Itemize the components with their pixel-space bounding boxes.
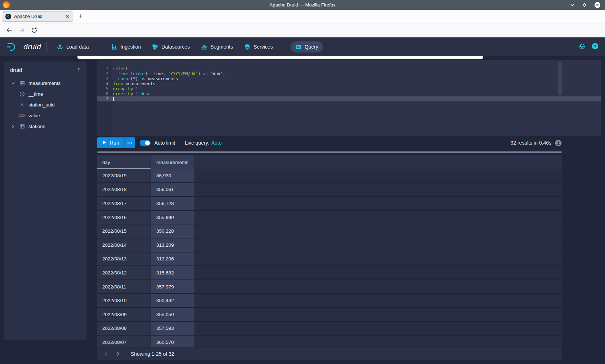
live-query-value[interactable]: Auto — [211, 140, 222, 146]
tree-item-value[interactable]: 123value — [4, 110, 86, 121]
cell-day[interactable]: 2022/08/07 — [97, 336, 151, 347]
new-tab-button[interactable]: + — [79, 12, 83, 21]
next-page-chevron-icon[interactable] — [115, 351, 120, 356]
nav-item-datasources[interactable]: Datasources — [147, 41, 194, 53]
browser-toolbar: 172.18.0.4:30899/unified-console.html#qu… — [0, 23, 605, 37]
nav-item-segments[interactable]: Segments — [196, 41, 238, 53]
ellipsis-icon — [127, 142, 132, 144]
run-more-button[interactable] — [125, 137, 135, 148]
cell-measurements[interactable]: 313,206 — [151, 252, 194, 267]
cell-day[interactable]: 2022/08/14 — [97, 238, 151, 252]
ingestion-icon — [111, 44, 117, 50]
window-minimize-icon[interactable] — [570, 3, 575, 8]
tree-item--time[interactable]: __time — [4, 88, 86, 99]
window-close-icon[interactable] — [594, 2, 601, 8]
nav-item-query[interactable]: Query — [291, 41, 323, 53]
download-icon[interactable] — [555, 140, 562, 146]
schema-selector[interactable]: druid — [10, 67, 76, 73]
table-horizontal-scrollbar[interactable] — [97, 151, 562, 153]
row-filler — [195, 238, 562, 252]
nav-item-load-data[interactable]: Load data — [52, 41, 93, 53]
cell-measurements[interactable]: 350,442 — [151, 294, 194, 308]
settings-gear-icon[interactable] — [579, 43, 586, 51]
column-header-measurements[interactable]: measurements — [151, 155, 194, 169]
tree-item-label: value — [28, 113, 40, 118]
svg-text:?: ? — [594, 44, 596, 48]
nav-divider — [46, 42, 47, 51]
row-filler — [195, 211, 562, 225]
druid-brand-text: druid — [23, 42, 41, 51]
sort-double-caret-icon[interactable] — [76, 67, 81, 73]
cell-day[interactable]: 2022/08/13 — [97, 252, 151, 267]
table-row: 2022/08/11357,979 — [97, 280, 562, 294]
code-line: group by 1 — [112, 86, 601, 91]
table-header-filler — [195, 155, 562, 169]
run-button[interactable]: Run — [97, 137, 125, 148]
cell-day[interactable]: 2022/08/17 — [97, 197, 151, 211]
cell-measurements[interactable]: 315,682 — [151, 266, 194, 280]
tree-item-stations[interactable]: stations — [4, 121, 86, 132]
chevron-down-icon[interactable] — [11, 81, 17, 86]
cell-measurements[interactable]: 357,593 — [151, 322, 194, 336]
row-filler — [195, 336, 562, 347]
nav-divider — [285, 42, 285, 51]
cell-measurements[interactable]: 86,930 — [151, 169, 194, 183]
cell-day[interactable]: 2022/08/11 — [97, 280, 151, 294]
cell-measurements[interactable]: 350,228 — [151, 224, 194, 238]
code-line: count(*) as measurements — [112, 76, 601, 81]
cell-day[interactable]: 2022/08/16 — [97, 211, 151, 225]
pagination-text: Showing 1-25 of 32 — [131, 351, 174, 357]
gutter-line-number: 1 — [97, 66, 112, 71]
tab-close-icon[interactable]: ✕ — [65, 14, 70, 19]
table-row: 2022/08/14313,209 — [97, 238, 562, 252]
schema-tree: measurements__timeAstation_uuid123values… — [4, 78, 86, 132]
tree-item-measurements[interactable]: measurements — [4, 78, 86, 88]
cell-measurements[interactable]: 356,728 — [151, 197, 194, 211]
cell-day[interactable]: 2022/08/08 — [97, 322, 151, 336]
help-icon[interactable]: ? — [592, 43, 599, 51]
tree-item-station-uuid[interactable]: Astation_uuid — [4, 99, 86, 110]
services-icon — [244, 44, 250, 50]
sql-editor[interactable]: 1234567 select time_format(__time, 'YYYY… — [97, 60, 601, 136]
forward-button[interactable] — [19, 27, 25, 35]
gutter-line-number: 4 — [97, 81, 112, 86]
row-filler — [195, 224, 562, 238]
cell-day[interactable]: 2022/08/12 — [97, 266, 151, 280]
query-icon — [295, 44, 301, 50]
cell-measurements[interactable]: 355,059 — [151, 308, 194, 322]
browser-tab[interactable]: Apache Druid ✕ — [2, 11, 73, 22]
cell-measurements[interactable]: 356,061 — [151, 183, 194, 197]
row-filler — [195, 169, 562, 183]
segments-icon — [201, 44, 207, 50]
cell-measurements[interactable]: 357,979 — [151, 280, 194, 294]
gutter-line-number: 7 — [97, 96, 112, 101]
chevron-right-icon[interactable] — [11, 124, 17, 129]
druid-logo[interactable]: druid — [6, 42, 41, 52]
row-filler — [195, 322, 562, 336]
window-maximize-icon[interactable] — [582, 3, 587, 8]
editor-code[interactable]: select time_format(__time, 'YYYY/MM/dd')… — [112, 66, 601, 101]
cell-day[interactable]: 2022/08/19 — [97, 169, 151, 183]
reload-button[interactable] — [31, 27, 37, 35]
code-line: time_format(__time, 'YYYY/MM/dd') as "da… — [112, 71, 601, 76]
auto-limit-toggle[interactable] — [140, 140, 151, 146]
code-line: select — [112, 66, 601, 71]
table-row: 2022/08/16355,999 — [97, 211, 562, 225]
editor-scrollbar[interactable] — [558, 62, 562, 95]
back-button[interactable] — [6, 27, 12, 35]
column-header-day[interactable]: day — [97, 155, 151, 169]
cell-day[interactable]: 2022/08/09 — [97, 308, 151, 322]
cell-day[interactable]: 2022/08/18 — [97, 183, 151, 197]
cell-day[interactable]: 2022/08/15 — [97, 224, 151, 238]
nav-item-services[interactable]: Services — [239, 41, 278, 53]
nav-item-ingestion[interactable]: Ingestion — [107, 41, 146, 53]
tree-item-label: station_uuid — [28, 102, 55, 108]
cell-measurements[interactable]: 355,999 — [151, 211, 194, 225]
table-icon — [19, 81, 25, 86]
prev-page-chevron-icon[interactable] — [103, 351, 108, 356]
cell-measurements[interactable]: 313,209 — [151, 238, 194, 252]
time-icon — [19, 91, 25, 97]
row-filler — [195, 308, 562, 322]
cell-day[interactable]: 2022/08/10 — [97, 294, 151, 308]
cell-measurements[interactable]: 360,570 — [151, 336, 194, 347]
